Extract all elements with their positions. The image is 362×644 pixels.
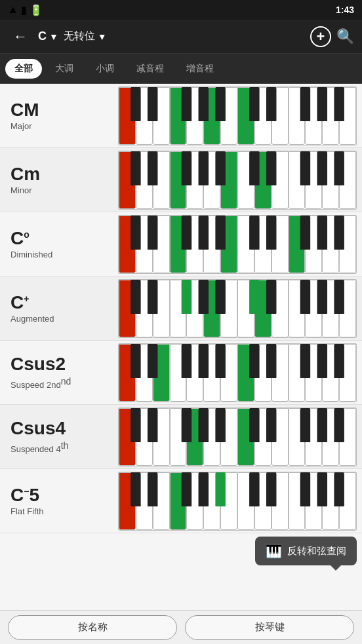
white-key-13[interactable] <box>339 472 356 530</box>
chord-row-3[interactable]: C+Augmented <box>0 276 362 341</box>
white-key-2[interactable] <box>153 151 170 209</box>
white-key-0[interactable] <box>119 87 136 145</box>
white-key-1[interactable] <box>136 408 153 466</box>
white-key-13[interactable] <box>339 280 356 337</box>
white-key-3[interactable] <box>170 408 187 466</box>
white-key-13[interactable] <box>339 408 356 466</box>
white-key-12[interactable] <box>322 280 339 337</box>
white-key-12[interactable] <box>322 472 339 530</box>
white-key-5[interactable] <box>203 216 220 273</box>
white-key-3[interactable] <box>170 472 187 530</box>
white-key-8[interactable] <box>254 216 272 273</box>
white-key-4[interactable] <box>186 87 203 145</box>
white-key-3[interactable] <box>170 344 187 402</box>
white-key-0[interactable] <box>119 408 136 466</box>
white-key-8[interactable] <box>254 472 272 530</box>
chord-row-5[interactable]: Csus4Suspended 4th <box>0 405 362 469</box>
white-key-3[interactable] <box>170 216 187 273</box>
white-key-9[interactable] <box>272 280 289 337</box>
filter-tab-augmented[interactable]: 增音程 <box>177 59 223 79</box>
white-key-12[interactable] <box>322 87 339 145</box>
white-key-8[interactable] <box>254 151 272 209</box>
white-key-6[interactable] <box>220 472 237 530</box>
white-key-1[interactable] <box>136 472 153 530</box>
sort-by-key-button[interactable]: 按琴键 <box>185 615 354 640</box>
white-key-13[interactable] <box>339 216 356 273</box>
piano-keyboard[interactable] <box>118 86 357 145</box>
white-key-8[interactable] <box>254 87 272 145</box>
white-key-11[interactable] <box>305 216 322 273</box>
chord-row-0[interactable]: CMMajor <box>0 84 362 148</box>
piano-keyboard[interactable] <box>118 279 357 338</box>
piano-keyboard[interactable] <box>118 407 357 466</box>
white-key-8[interactable] <box>254 280 272 337</box>
white-key-5[interactable] <box>203 280 220 337</box>
white-key-13[interactable] <box>339 344 356 402</box>
inversion-selector[interactable]: 无转位 ▼ <box>64 29 107 43</box>
white-key-2[interactable] <box>153 408 170 466</box>
chord-row-4[interactable]: Csus2Suspeed 2ndnd <box>0 341 362 405</box>
white-key-4[interactable] <box>186 472 203 530</box>
white-key-12[interactable] <box>322 216 339 273</box>
white-key-6[interactable] <box>220 87 237 145</box>
white-key-5[interactable] <box>203 344 220 402</box>
filter-tab-major[interactable]: 大调 <box>46 59 83 79</box>
white-key-12[interactable] <box>322 151 339 209</box>
white-key-4[interactable] <box>186 280 203 337</box>
white-key-6[interactable] <box>220 151 237 209</box>
white-key-7[interactable] <box>237 87 254 145</box>
white-key-9[interactable] <box>272 87 289 145</box>
chord-row-6[interactable]: C−5Flat Fifth <box>0 469 362 533</box>
white-key-0[interactable] <box>119 280 136 337</box>
white-key-13[interactable] <box>339 87 356 145</box>
white-key-0[interactable] <box>119 344 136 402</box>
chord-key-selector[interactable]: C ▼ <box>38 29 58 43</box>
white-key-10[interactable] <box>289 472 306 530</box>
white-key-1[interactable] <box>136 151 153 209</box>
white-key-0[interactable] <box>119 151 136 209</box>
white-key-5[interactable] <box>203 87 220 145</box>
white-key-5[interactable] <box>203 408 220 466</box>
white-key-3[interactable] <box>170 87 187 145</box>
white-key-5[interactable] <box>203 472 220 530</box>
sort-by-name-button[interactable]: 按名称 <box>8 615 177 640</box>
white-key-4[interactable] <box>186 408 203 466</box>
white-key-9[interactable] <box>272 216 289 273</box>
filter-tab-all[interactable]: 全部 <box>5 59 42 79</box>
white-key-13[interactable] <box>339 151 356 209</box>
chord-row-2[interactable]: CoDiminished <box>0 212 362 276</box>
filter-tab-diminished[interactable]: 减音程 <box>127 59 173 79</box>
white-key-9[interactable] <box>272 408 289 466</box>
piano-keyboard[interactable] <box>118 472 357 531</box>
white-key-6[interactable] <box>220 408 237 466</box>
white-key-1[interactable] <box>136 216 153 273</box>
white-key-9[interactable] <box>272 151 289 209</box>
white-key-2[interactable] <box>153 472 170 530</box>
white-key-11[interactable] <box>305 408 322 466</box>
white-key-8[interactable] <box>254 344 272 402</box>
white-key-1[interactable] <box>136 87 153 145</box>
piano-keyboard[interactable] <box>118 343 357 402</box>
white-key-7[interactable] <box>237 344 254 402</box>
search-button[interactable]: 🔍 <box>336 28 354 45</box>
white-key-8[interactable] <box>254 408 272 466</box>
back-button[interactable]: ← <box>8 26 33 48</box>
white-key-6[interactable] <box>220 216 237 273</box>
white-key-10[interactable] <box>289 216 306 273</box>
white-key-2[interactable] <box>153 87 170 145</box>
filter-tab-minor[interactable]: 小调 <box>87 59 123 79</box>
white-key-7[interactable] <box>237 472 254 530</box>
white-key-11[interactable] <box>305 87 322 145</box>
white-key-2[interactable] <box>153 280 170 337</box>
white-key-11[interactable] <box>305 151 322 209</box>
white-key-3[interactable] <box>170 151 187 209</box>
white-key-11[interactable] <box>305 344 322 402</box>
piano-keyboard[interactable] <box>118 215 357 274</box>
white-key-3[interactable] <box>170 280 187 337</box>
add-button[interactable]: + <box>310 26 331 47</box>
white-key-6[interactable] <box>220 280 237 337</box>
white-key-0[interactable] <box>119 216 136 273</box>
white-key-10[interactable] <box>289 87 306 145</box>
white-key-7[interactable] <box>237 280 254 337</box>
white-key-4[interactable] <box>186 216 203 273</box>
